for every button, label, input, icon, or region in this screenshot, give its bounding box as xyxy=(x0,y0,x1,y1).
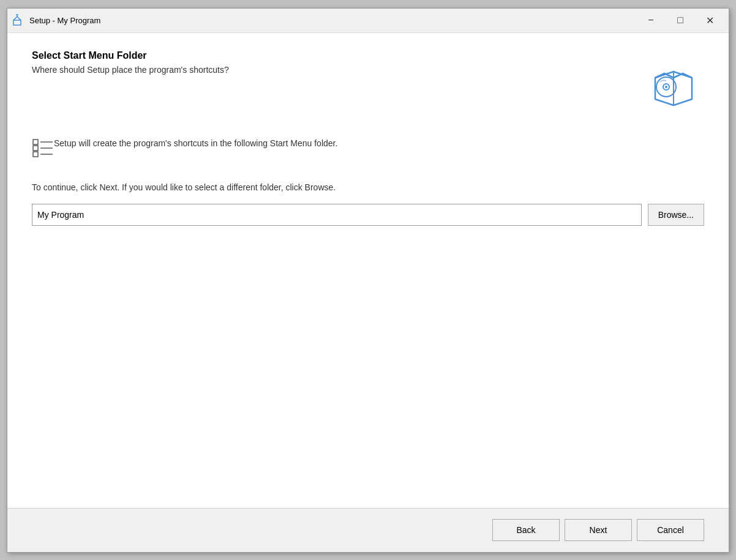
minimize-button[interactable]: − xyxy=(637,10,665,30)
restore-button[interactable]: □ xyxy=(666,10,694,30)
window-controls: − □ ✕ xyxy=(637,10,724,30)
browse-button[interactable]: Browse... xyxy=(648,204,704,226)
header-text: Select Start Menu Folder Where should Se… xyxy=(32,50,643,75)
svg-rect-10 xyxy=(33,146,38,151)
header-section: Select Start Menu Folder Where should Se… xyxy=(32,50,704,111)
svg-point-7 xyxy=(665,86,667,88)
titlebar-icon xyxy=(12,14,24,26)
next-button[interactable]: Next xyxy=(565,519,632,541)
footer-area: Back Next Cancel xyxy=(7,508,729,552)
back-button[interactable]: Back xyxy=(492,519,560,541)
info-text: Setup will create the program's shortcut… xyxy=(54,137,337,150)
cancel-button[interactable]: Cancel xyxy=(637,519,704,541)
title-bar: Setup - My Program − □ ✕ xyxy=(7,9,729,33)
window-title: Setup - My Program xyxy=(29,16,637,25)
folder-input[interactable] xyxy=(32,204,642,226)
close-button[interactable]: ✕ xyxy=(696,10,724,30)
svg-rect-8 xyxy=(33,140,38,144)
svg-rect-12 xyxy=(33,152,38,157)
setup-window: Setup - My Program − □ ✕ Select Start Me… xyxy=(7,8,729,553)
setup-icon xyxy=(643,50,704,111)
page-title: Select Start Menu Folder xyxy=(32,50,643,61)
info-box: Setup will create the program's shortcut… xyxy=(32,130,704,166)
page-subtitle: Where should Setup place the program's s… xyxy=(32,65,643,75)
svg-rect-0 xyxy=(13,20,21,25)
folder-row: Browse... xyxy=(32,204,704,226)
instruction-text: To continue, click Next. If you would li… xyxy=(32,181,704,194)
content-area: Select Start Menu Folder Where should Se… xyxy=(7,33,729,508)
list-icon xyxy=(32,137,54,159)
